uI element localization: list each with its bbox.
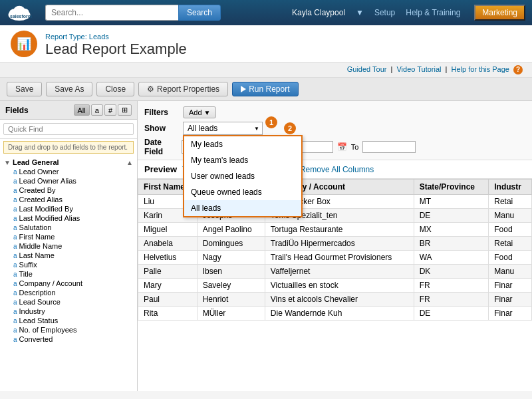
table-row: MarySaveleyVictuailles en stockFRFinar <box>138 279 532 293</box>
field-item[interactable]: aCreated Alias <box>3 195 134 204</box>
field-item[interactable]: aConverted <box>3 334 134 344</box>
field-item[interactable]: aLead Owner <box>3 167 134 176</box>
dropdown-item-user-leads[interactable]: User owned leads <box>184 168 301 184</box>
quick-find-input[interactable] <box>3 123 134 135</box>
field-item[interactable]: aLast Modified By <box>3 204 134 213</box>
right-panel: Filters Add ▼ Show All leads My lead <box>138 101 532 391</box>
report-type-label: Report Type: Leads <box>45 33 187 41</box>
filters-label: Filters <box>144 108 178 117</box>
marketing-button[interactable]: Marketing <box>474 5 525 21</box>
field-type-icon: a <box>13 196 17 203</box>
field-item[interactable]: aCreated By <box>3 186 134 195</box>
help-page-link[interactable]: Help for this Page <box>452 65 509 73</box>
pipe-separator2: | <box>446 65 448 73</box>
salesforce-logo: salesforce <box>7 3 32 22</box>
table-row: PaulHenriotVins et alcools ChevalierFRFi… <box>138 293 532 307</box>
table-cell: Manu <box>489 209 532 223</box>
field-item[interactable]: aNo. of Employees <box>3 325 134 334</box>
collapse-arrow-icon: ▲ <box>126 159 133 166</box>
video-tutorial-link[interactable]: Video Tutorial <box>396 65 441 73</box>
table-cell: FR <box>414 279 489 293</box>
close-button[interactable]: Close <box>96 82 134 96</box>
remove-all-columns-button[interactable]: Remove All Columns <box>300 165 374 174</box>
table-cell: Rita <box>138 307 198 321</box>
table-cell: Food <box>489 251 532 265</box>
show-dropdown-menu[interactable]: My leads My team's leads User owned lead… <box>183 135 303 217</box>
field-item[interactable]: aTitle <box>3 269 134 279</box>
table-column-header: State/Province <box>414 180 489 195</box>
table-cell: TradiÜo Hipermercados <box>265 237 414 251</box>
dropdown-item-team-leads[interactable]: My team's leads <box>184 152 301 168</box>
run-report-button[interactable]: Run Report <box>232 82 298 96</box>
field-item[interactable]: aMiddle Name <box>3 241 134 251</box>
report-properties-button[interactable]: ⚙ Report Properties <box>138 82 228 96</box>
table-cell: DK <box>414 265 489 279</box>
dropdown-item-my-leads[interactable]: My leads <box>184 136 301 152</box>
show-select-display[interactable]: All leads <box>183 122 263 135</box>
fields-panel: Fields All a # ⊞ Drag and drop to add fi… <box>0 101 138 391</box>
table-row: AnabelaDominguesTradiÜo HipermercadosBRR… <box>138 237 532 251</box>
field-item[interactable]: aSuffix <box>3 260 134 269</box>
field-type-icon: a <box>13 168 17 176</box>
fields-list: aLead OwneraLead Owner AliasaCreated Bya… <box>3 167 134 344</box>
table-cell: Ibsen <box>197 265 265 279</box>
calendar-icon[interactable]: 📅 <box>337 142 347 152</box>
field-item[interactable]: aFirst Name <box>3 232 134 241</box>
table-cell: MÜller <box>197 307 265 321</box>
save-as-button[interactable]: Save As <box>46 82 92 96</box>
report-title: Lead Report Example <box>45 41 187 58</box>
field-type-icon: a <box>13 271 17 278</box>
table-cell: DE <box>414 209 489 223</box>
table-cell: Die Wandernde Kuh <box>265 307 414 321</box>
guided-tour-link[interactable]: Guided Tour <box>347 65 387 73</box>
preview-label: Preview <box>144 164 177 174</box>
field-item[interactable]: aSalutation <box>3 223 134 232</box>
field-item[interactable]: aLast Modified Alias <box>3 213 134 223</box>
field-item[interactable]: aLead Owner Alias <box>3 176 134 186</box>
add-filter-button[interactable]: Add ▼ <box>183 106 216 118</box>
user-name[interactable]: Kayla Claypool <box>292 8 345 17</box>
table-cell: DE <box>414 307 489 321</box>
fields-header: Fields All a # ⊞ <box>0 101 137 120</box>
field-type-icon: a <box>13 215 17 222</box>
filter-all-button[interactable]: All <box>74 104 90 116</box>
dropdown-arrow-icon: ▼ <box>356 8 364 17</box>
toolbar: Save Save As Close ⚙ Report Properties R… <box>0 78 532 101</box>
fields-filter-buttons: All a # ⊞ <box>74 104 132 116</box>
table-cell: Mary <box>138 279 198 293</box>
filter-hash-button[interactable]: # <box>104 104 116 116</box>
dropdown-item-all-leads[interactable]: All leads <box>184 200 301 216</box>
setup-link[interactable]: Setup <box>374 8 395 17</box>
field-item[interactable]: aLast Name <box>3 251 134 260</box>
field-type-icon: a <box>13 252 17 259</box>
to-date-input[interactable] <box>362 141 416 153</box>
search-input[interactable] <box>45 5 178 21</box>
lead-general-group: ▼ Lead General ▲ aLead OwneraLead Owner … <box>0 156 137 346</box>
field-item[interactable]: aCompany / Account <box>3 279 134 288</box>
table-cell: Palle <box>138 265 198 279</box>
field-type-icon: a <box>13 299 17 306</box>
lead-general-header[interactable]: ▼ Lead General ▲ <box>3 158 134 167</box>
show-dropdown-container[interactable]: All leads My leads My team's leads User … <box>183 122 263 135</box>
dropdown-item-queue-leads[interactable]: Queue owned leads <box>184 184 301 200</box>
search-button[interactable]: Search <box>178 5 221 21</box>
table-cell: Finar <box>489 279 532 293</box>
quick-find-container <box>0 120 137 139</box>
group-name: Lead General <box>13 158 59 166</box>
table-cell: Retai <box>489 237 532 251</box>
filter-icon-button[interactable]: ⊞ <box>118 104 132 116</box>
table-row: MiguelAngel PaolinoTortuga RestauranteMX… <box>138 223 532 237</box>
to-label: To <box>351 143 359 151</box>
table-cell: Vins et alcools Chevalier <box>265 293 414 307</box>
help-icon[interactable]: ? <box>513 65 523 74</box>
field-item[interactable]: aLead Source <box>3 297 134 307</box>
filter-az-button[interactable]: a <box>91 104 103 116</box>
field-item[interactable]: aLead Status <box>3 316 134 325</box>
badge-1: 1 <box>265 116 277 128</box>
field-item[interactable]: aIndustry <box>3 307 134 316</box>
table-cell: Miguel <box>138 223 198 237</box>
save-button[interactable]: Save <box>7 82 42 96</box>
help-link[interactable]: Help & Training <box>406 8 460 17</box>
main-content: Fields All a # ⊞ Drag and drop to add fi… <box>0 101 532 391</box>
field-item[interactable]: aDescription <box>3 288 134 297</box>
